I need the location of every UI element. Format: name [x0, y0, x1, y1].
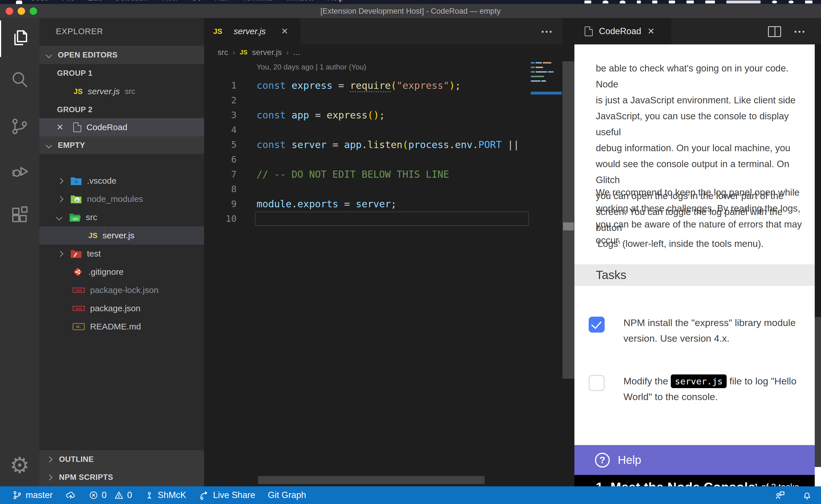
panel-sash[interactable] — [562, 18, 574, 486]
line-number[interactable]: 10 — [204, 211, 237, 226]
breadcrumb-file[interactable]: server.js — [252, 48, 282, 57]
close-icon[interactable]: ✕ — [56, 123, 64, 132]
webview-scrollbar-thumb[interactable] — [815, 44, 821, 317]
editor-more-actions-icon[interactable] — [542, 31, 551, 33]
status-git-graph[interactable]: Git Graph — [268, 490, 306, 500]
tab-close-icon[interactable]: ✕ — [648, 27, 655, 36]
tree-item-node-modules[interactable]: js node_modules — [39, 190, 204, 208]
menu-item-terminal[interactable]: Terminal — [242, 0, 273, 2]
status-branch[interactable]: master — [12, 490, 53, 500]
activity-search-button[interactable] — [0, 60, 39, 100]
npm-scripts-section-header[interactable]: NPM SCRIPTS — [39, 468, 204, 486]
line-number[interactable]: 8 — [204, 182, 237, 196]
menu-item-code[interactable]: Code — [30, 0, 49, 2]
menubar-status-icons[interactable] — [584, 1, 812, 3]
code-line[interactable]: 4 — [204, 122, 574, 137]
breadcrumb[interactable]: src › JS server.js › ... — [204, 44, 574, 60]
status-live-share[interactable]: Live Share — [199, 490, 255, 501]
settings-gear-button[interactable]: ⚙ — [0, 445, 39, 485]
activity-explorer-button[interactable] — [0, 18, 39, 58]
status-problems[interactable]: 0 0 — [89, 490, 132, 500]
code-line[interactable]: 3const app = express(); — [204, 108, 574, 122]
code-line[interactable]: 6 — [204, 152, 574, 167]
code-line[interactable]: 10 — [204, 211, 574, 226]
line-number[interactable]: 6 — [204, 152, 237, 167]
minimap[interactable] — [531, 62, 561, 136]
code-line[interactable]: 5const server = app.listen(process.env.P… — [204, 137, 574, 152]
menu-item-view[interactable]: View — [161, 0, 178, 2]
tree-item-server-js[interactable]: JS server.js — [39, 226, 204, 245]
code-line[interactable]: 7// -- DO NOT EDIT BELOW THIS LINE — [204, 167, 574, 182]
code-line[interactable]: 9module.exports = server; — [204, 196, 574, 211]
code-token: express — [327, 109, 367, 121]
active-indicator — [0, 21, 1, 57]
code-token: server — [292, 139, 327, 150]
checkbox-checked[interactable] — [589, 317, 604, 333]
tab-coderoad[interactable]: CodeRoad ✕ — [574, 18, 671, 44]
breadcrumb-symbol[interactable]: ... — [293, 48, 300, 57]
tab-close-icon[interactable]: ✕ — [281, 27, 288, 36]
sash-scrollbar-track[interactable] — [562, 61, 574, 379]
line-number[interactable]: 4 — [204, 122, 237, 137]
search-icon — [9, 69, 30, 90]
code-line[interactable]: 1const express = require("express"); — [204, 78, 574, 93]
help-bar[interactable]: ? Help — [574, 445, 815, 475]
tree-item-test[interactable]: test — [39, 245, 204, 263]
open-editor-server-js[interactable]: JS server.js src — [39, 82, 204, 101]
lesson-footer[interactable]: 1. Meet the Node Console 1 of 2 tasks — [574, 475, 815, 486]
code-line[interactable]: 2 — [204, 93, 574, 108]
webview-scrollbar-track[interactable] — [815, 317, 821, 467]
menu-item-window[interactable]: Window — [286, 0, 314, 2]
line-number[interactable]: 9 — [204, 196, 237, 211]
js-file-icon: JS — [73, 87, 83, 96]
folder-root-header[interactable]: EMPTY — [39, 136, 204, 154]
panel-more-actions-icon[interactable] — [795, 31, 804, 33]
chevron-down-icon — [56, 214, 62, 220]
checkbox-unchecked[interactable] — [589, 375, 604, 391]
menu-item-run[interactable]: Run — [215, 0, 229, 2]
codelens-annotation[interactable]: You, 20 days ago | 1 author (You) — [257, 63, 366, 71]
tree-item-gitignore[interactable]: .gitignore — [39, 263, 204, 281]
menu-item-help[interactable]: Help — [327, 0, 344, 2]
open-editors-header[interactable]: OPEN EDITORS — [39, 46, 204, 64]
menu-item-go[interactable]: Go — [191, 0, 201, 2]
line-number[interactable]: 5 — [204, 137, 237, 152]
webview-scrollbar-corner — [815, 467, 821, 486]
tree-item-readme[interactable]: M↓ README.md — [39, 317, 204, 336]
menu-item-selection[interactable]: Selection — [115, 0, 147, 2]
status-sync[interactable] — [65, 490, 76, 501]
code-lines: 1const express = require("express");23co… — [204, 78, 574, 226]
editor-horizontal-scrollbar[interactable] — [258, 476, 485, 484]
status-account[interactable]: ShMcK — [144, 490, 186, 500]
js-file-icon: JS — [240, 49, 248, 56]
code-token: ; — [391, 198, 397, 210]
run-debug-icon — [9, 161, 30, 182]
apple-menu-icon[interactable] — [16, 1, 22, 4]
feedback-icon[interactable] — [774, 489, 786, 501]
activity-extensions-button[interactable] — [0, 195, 39, 235]
bell-icon[interactable] — [802, 490, 812, 501]
sash-scrollbar-thumb[interactable] — [563, 222, 574, 230]
split-editor-icon[interactable] — [768, 26, 781, 37]
tree-item-package-lock[interactable]: npm package-lock.json — [39, 281, 204, 299]
tab-server-js[interactable]: JS server.js ✕ — [204, 18, 301, 44]
activity-source-control-button[interactable] — [0, 106, 39, 146]
tree-item-vscode[interactable]: ✕ .vscode — [39, 172, 204, 190]
text-line: working at these challenges. By reading … — [596, 200, 807, 216]
open-editor-coderoad[interactable]: ✕ CodeRoad — [39, 118, 204, 136]
code-line[interactable]: 8 — [204, 182, 574, 196]
line-number[interactable]: 3 — [204, 108, 237, 122]
line-number[interactable]: 2 — [204, 93, 237, 108]
outline-section-header[interactable]: OUTLINE — [39, 450, 204, 468]
activity-run-debug-button[interactable] — [0, 151, 39, 191]
code-token: module — [257, 198, 292, 210]
code-token: "express" — [397, 80, 449, 91]
line-number[interactable]: 1 — [204, 78, 237, 93]
text-line: be able to check what's going on in your… — [596, 60, 807, 92]
tree-item-package-json[interactable]: npm package.json — [39, 299, 204, 317]
line-number[interactable]: 7 — [204, 167, 237, 182]
breadcrumb-src[interactable]: src — [218, 48, 228, 57]
menu-item-file[interactable]: File — [62, 0, 75, 2]
menu-item-edit[interactable]: Edit — [88, 0, 101, 2]
tree-item-src[interactable]: </> src — [39, 208, 204, 226]
